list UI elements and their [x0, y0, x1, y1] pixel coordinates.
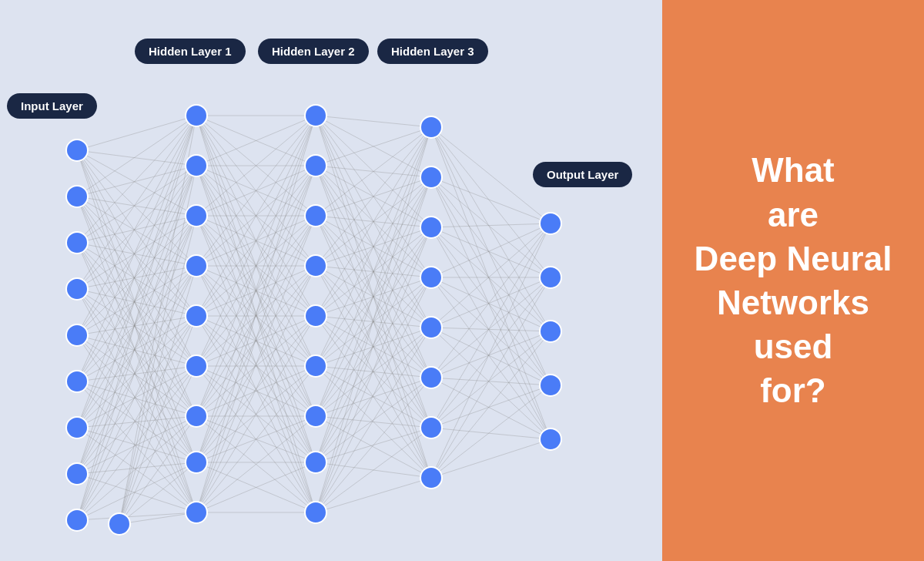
svg-line-253: [431, 223, 551, 227]
svg-point-304: [305, 205, 326, 227]
svg-line-261: [431, 277, 551, 385]
svg-point-313: [420, 217, 442, 238]
svg-line-276: [431, 385, 551, 428]
svg-point-300: [186, 452, 207, 473]
svg-line-80: [77, 512, 196, 520]
svg-line-46: [77, 166, 196, 381]
svg-line-72: [77, 116, 196, 520]
svg-point-292: [109, 513, 130, 535]
svg-line-274: [431, 277, 551, 428]
svg-line-171: [316, 116, 431, 127]
svg-point-287: [66, 324, 88, 346]
svg-point-297: [186, 305, 207, 327]
svg-line-1: [77, 150, 196, 166]
svg-line-22: [77, 243, 196, 316]
svg-line-258: [431, 223, 551, 277]
svg-line-277: [431, 428, 551, 439]
neural-network-svg: [0, 0, 662, 561]
svg-point-310: [305, 502, 326, 523]
svg-point-307: [305, 355, 326, 377]
svg-point-314: [420, 267, 442, 288]
svg-point-323: [540, 428, 561, 450]
svg-line-0: [77, 116, 196, 150]
svg-point-319: [540, 213, 561, 234]
svg-line-279: [431, 277, 551, 478]
svg-line-235: [316, 127, 431, 512]
svg-line-47: [77, 216, 196, 381]
svg-line-262: [431, 277, 551, 439]
svg-line-267: [431, 328, 551, 439]
svg-point-309: [305, 452, 326, 473]
svg-point-316: [420, 367, 442, 388]
svg-line-89: [119, 512, 196, 524]
svg-line-224: [316, 378, 431, 416]
svg-point-318: [420, 467, 442, 489]
svg-point-294: [186, 155, 207, 176]
svg-line-18: [77, 116, 196, 243]
svg-line-44: [77, 335, 196, 512]
svg-line-244: [431, 127, 551, 277]
svg-line-263: [431, 223, 551, 328]
svg-point-312: [420, 166, 442, 188]
svg-point-317: [420, 417, 442, 438]
svg-point-283: [66, 139, 88, 161]
svg-line-54: [77, 116, 196, 428]
svg-line-13: [77, 197, 196, 316]
svg-point-291: [66, 509, 88, 531]
svg-point-299: [186, 405, 207, 427]
svg-point-320: [540, 267, 561, 288]
svg-line-269: [431, 277, 551, 378]
svg-line-272: [431, 378, 551, 439]
svg-line-14: [77, 197, 196, 366]
info-panel: What are Deep Neural Networks used for?: [662, 0, 924, 561]
svg-point-290: [66, 463, 88, 485]
svg-line-275: [431, 331, 551, 428]
svg-line-247: [431, 127, 551, 439]
svg-line-254: [431, 227, 551, 277]
svg-point-308: [305, 405, 326, 427]
svg-line-30: [77, 266, 196, 289]
svg-point-293: [186, 105, 207, 126]
svg-line-187: [316, 127, 431, 216]
svg-line-257: [431, 227, 551, 439]
svg-line-280: [431, 331, 551, 478]
svg-line-266: [431, 328, 551, 385]
svg-line-282: [431, 439, 551, 478]
svg-line-264: [431, 277, 551, 328]
svg-line-4: [77, 150, 196, 316]
svg-point-303: [305, 155, 326, 176]
svg-point-288: [66, 371, 88, 392]
svg-point-285: [66, 232, 88, 254]
info-heading: What are Deep Neural Networks used for?: [695, 148, 892, 412]
svg-point-315: [420, 317, 442, 338]
svg-point-302: [305, 105, 326, 126]
svg-line-255: [431, 227, 551, 331]
svg-line-240: [316, 378, 431, 512]
svg-point-298: [186, 355, 207, 377]
svg-point-321: [540, 321, 561, 342]
svg-line-281: [431, 385, 551, 478]
svg-line-29: [77, 216, 196, 289]
svg-line-242: [316, 478, 431, 512]
svg-point-301: [186, 502, 207, 523]
svg-point-295: [186, 205, 207, 227]
svg-line-5: [77, 150, 196, 366]
svg-point-296: [186, 255, 207, 277]
svg-line-79: [77, 462, 196, 520]
svg-line-225: [316, 416, 431, 428]
svg-point-284: [66, 186, 88, 207]
svg-point-286: [66, 278, 88, 300]
svg-line-226: [316, 416, 431, 478]
svg-line-27: [77, 116, 196, 289]
neural-network-panel: Input Layer Hidden Layer 1 Hidden Layer …: [0, 0, 662, 561]
svg-line-237: [316, 227, 431, 512]
svg-line-278: [431, 223, 551, 478]
svg-line-246: [431, 127, 551, 385]
svg-line-179: [316, 127, 431, 166]
svg-point-289: [66, 417, 88, 438]
svg-point-322: [540, 375, 561, 396]
svg-line-260: [431, 277, 551, 331]
svg-line-24: [77, 243, 196, 416]
svg-line-81: [119, 116, 196, 524]
svg-point-311: [420, 116, 442, 138]
